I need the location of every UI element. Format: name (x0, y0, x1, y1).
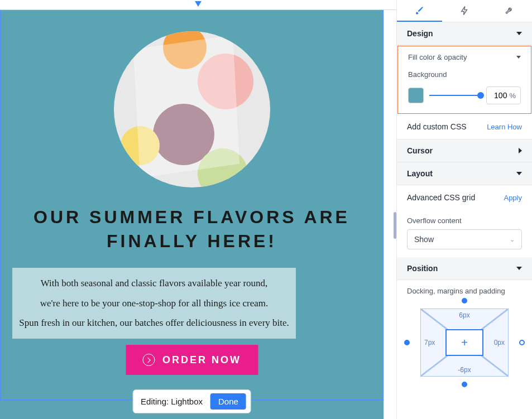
opacity-input[interactable]: % (486, 86, 521, 104)
learn-how-link[interactable]: Learn How (487, 123, 522, 131)
chevron-down-icon (516, 267, 522, 270)
scrollbar-thumb[interactable] (394, 212, 396, 239)
chevron-right-icon (519, 148, 522, 153)
overflow-select[interactable]: Show ⌄ (407, 229, 522, 249)
description-line: Spun fresh in our kitchen, our batches o… (17, 313, 291, 333)
description-box[interactable]: With both seasonal and classic flavors a… (12, 268, 296, 339)
slider-knob[interactable] (477, 92, 484, 99)
padding-add-button[interactable]: + (445, 329, 483, 356)
advanced-grid-label: Advanced CSS grid (407, 193, 475, 202)
percent-unit: % (509, 91, 516, 100)
section-position[interactable]: Position (397, 257, 532, 280)
arrow-circle-icon (142, 354, 155, 366)
description-line: we're here to be your one-stop-shop for … (17, 293, 291, 314)
dock-anchor-right[interactable] (519, 340, 525, 345)
background-label: Background (398, 65, 531, 83)
section-title: Cursor (407, 146, 433, 155)
margin-bottom-value[interactable]: -6px (458, 366, 471, 374)
add-custom-css-row: Add custom CSS Learn How (397, 114, 532, 139)
chevron-down-icon: ⌄ (510, 236, 515, 243)
paintbrush-icon (414, 6, 424, 16)
section-title: Layout (407, 169, 433, 178)
fill-opacity-label: Fill color & opacity (408, 53, 467, 61)
tab-design[interactable] (397, 0, 442, 22)
docking-control[interactable]: 6px 7px 0px -6px + (407, 301, 522, 384)
wrench-icon (505, 6, 515, 16)
margin-right-value[interactable]: 0px (494, 339, 505, 346)
order-now-button[interactable]: Order Now (126, 345, 258, 375)
background-color-swatch[interactable] (408, 88, 424, 103)
editing-indicator: Editing: Lightbox Done (132, 389, 251, 413)
design-canvas[interactable]: Our summer flavors are finally here! Wit… (0, 10, 384, 419)
custom-css-label: Add custom CSS (407, 122, 467, 131)
ruler-top[interactable] (0, 0, 396, 10)
section-layout[interactable]: Layout (397, 162, 532, 185)
chevron-down-icon (516, 56, 521, 59)
fill-opacity-highlight: Fill color & opacity Background % (397, 46, 531, 114)
overflow-value: Show (414, 235, 434, 244)
dock-anchor-bottom[interactable] (462, 382, 467, 387)
apply-link[interactable]: Apply (504, 194, 522, 202)
dock-anchor-left[interactable] (404, 340, 410, 345)
order-now-label: Order Now (162, 354, 241, 366)
hero-image[interactable] (114, 31, 270, 187)
lightning-icon (459, 6, 469, 16)
margin-left-value[interactable]: 7px (424, 339, 435, 346)
section-title: Design (407, 29, 433, 38)
done-button[interactable]: Done (210, 393, 246, 410)
editing-label: Editing: Lightbox (141, 397, 203, 406)
section-title: Position (407, 264, 438, 273)
opacity-slider[interactable] (429, 90, 481, 100)
section-design[interactable]: Design (397, 22, 532, 45)
chevron-down-icon (516, 32, 522, 35)
fill-opacity-toggle[interactable]: Fill color & opacity (398, 46, 531, 65)
tab-settings[interactable] (487, 0, 532, 22)
headline[interactable]: Our summer flavors are finally here! (0, 205, 384, 253)
overflow-label: Overflow content (397, 210, 532, 229)
margin-top-value[interactable]: 6px (459, 311, 469, 319)
opacity-value-field[interactable] (491, 91, 507, 100)
dock-anchor-top[interactable] (462, 298, 467, 304)
chevron-down-icon (516, 172, 522, 175)
section-cursor[interactable]: Cursor (397, 139, 532, 162)
description-line: With both seasonal and classic flavors a… (17, 273, 291, 293)
tab-interactions[interactable] (442, 0, 487, 22)
inspector-tabs (397, 0, 532, 22)
inspector-panel: Design Fill color & opacity Background %… (396, 0, 532, 419)
advanced-grid-row: Advanced CSS grid Apply (397, 185, 532, 210)
ruler-handle-icon[interactable] (195, 1, 202, 7)
